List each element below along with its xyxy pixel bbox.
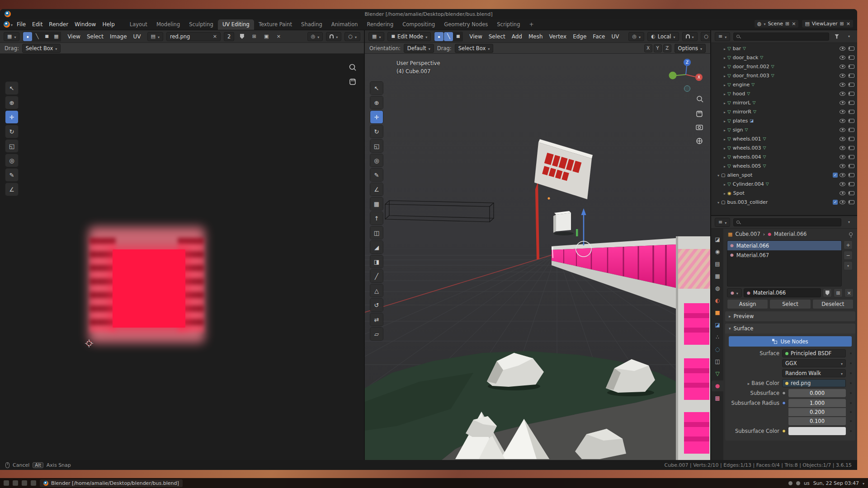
- tool-button[interactable]: ↖: [5, 82, 18, 94]
- material-action-button[interactable]: Select: [769, 299, 811, 309]
- slot-specials-button[interactable]: [844, 261, 853, 270]
- uv-pan-hand-icon[interactable]: [348, 76, 358, 86]
- render-visibility-icon[interactable]: [849, 128, 854, 132]
- animate-dot[interactable]: [850, 430, 852, 432]
- tool-button[interactable]: ╱: [370, 270, 383, 282]
- outliner-row[interactable]: bar: [711, 44, 857, 53]
- render-visibility-icon[interactable]: [849, 47, 854, 51]
- expand-arrow-icon[interactable]: [724, 163, 726, 169]
- outliner-row[interactable]: Spot: [711, 188, 857, 197]
- new-viewlayer-icon[interactable]: [840, 21, 844, 26]
- hide-eye-icon[interactable]: [840, 191, 845, 195]
- material-slot[interactable]: Material.067: [727, 250, 841, 260]
- menu-item[interactable]: View: [466, 32, 485, 41]
- menu-item[interactable]: Image: [107, 32, 130, 41]
- outliner-row[interactable]: wheels.005: [711, 161, 857, 170]
- radius-y-slider[interactable]: 0.200: [788, 408, 846, 416]
- transform-orientation-dropdown[interactable]: Local: [647, 32, 679, 41]
- expand-arrow-icon[interactable]: [724, 55, 726, 61]
- uv-vertex-select-button[interactable]: [23, 32, 32, 41]
- tool-button[interactable]: ◱: [5, 140, 18, 152]
- image-pass-field[interactable]: 2: [224, 32, 234, 41]
- expand-arrow-icon[interactable]: [724, 145, 726, 151]
- new-image-button[interactable]: [250, 32, 259, 41]
- orientation-dropdown[interactable]: Default: [404, 44, 434, 53]
- tool-button[interactable]: ↑: [370, 212, 383, 225]
- render-visibility-icon[interactable]: [849, 119, 854, 123]
- menu-item[interactable]: Face: [590, 32, 608, 41]
- workspace-tab[interactable]: Modeling: [152, 19, 184, 30]
- animate-dot[interactable]: [850, 352, 852, 354]
- expand-arrow-icon[interactable]: [724, 109, 726, 115]
- properties-tab[interactable]: ●: [712, 380, 723, 391]
- mirror-axis-button[interactable]: X: [644, 44, 652, 52]
- outliner-row[interactable]: bus.003_collider: [711, 197, 857, 206]
- 3d-scene[interactable]: X Z: [365, 54, 710, 460]
- properties-tab[interactable]: ◍: [712, 283, 723, 294]
- hide-eye-icon[interactable]: [840, 56, 845, 60]
- outliner-row[interactable]: door_front.003: [711, 71, 857, 80]
- new-scene-icon[interactable]: [785, 21, 789, 26]
- tool-button[interactable]: ∠: [370, 183, 383, 196]
- expand-arrow-icon[interactable]: [724, 100, 726, 106]
- edge-select-button[interactable]: [444, 32, 453, 41]
- expand-arrow-icon[interactable]: [724, 154, 726, 160]
- tool-button[interactable]: ⇄: [370, 313, 383, 326]
- mode-dropdown[interactable]: Edit Mode: [387, 32, 431, 41]
- render-visibility-icon[interactable]: [849, 83, 854, 87]
- expand-arrow-icon[interactable]: [724, 127, 726, 133]
- scene-selector[interactable]: Scene: [754, 19, 799, 28]
- uv-2d-cursor[interactable]: [85, 339, 93, 347]
- viewport-canvas[interactable]: User Perspective (4) Cube.007 ↖⊕✛↻◱◎✎∠▦↑…: [365, 54, 710, 460]
- hide-eye-icon[interactable]: [840, 74, 845, 78]
- outliner-row[interactable]: engine: [711, 80, 857, 89]
- subsurface-value-slider[interactable]: 0.000: [788, 389, 846, 397]
- hide-eye-icon[interactable]: [840, 65, 845, 69]
- expand-arrow-icon[interactable]: [724, 64, 726, 70]
- expand-arrow-icon[interactable]: [717, 199, 719, 205]
- unlink-scene-icon[interactable]: [792, 21, 796, 26]
- hide-eye-icon[interactable]: [840, 47, 845, 51]
- tool-button[interactable]: ◫: [370, 226, 383, 239]
- properties-tab[interactable]: ▤: [712, 258, 723, 269]
- outliner-row[interactable]: plates: [711, 116, 857, 125]
- outliner-row[interactable]: mirrorL: [711, 98, 857, 107]
- subsurface-color-swatch[interactable]: [788, 427, 846, 435]
- outliner-row[interactable]: wheels.001: [711, 134, 857, 143]
- hide-eye-icon[interactable]: [840, 110, 845, 114]
- fake-user-button[interactable]: [823, 288, 832, 297]
- tool-button[interactable]: ∠: [5, 183, 18, 196]
- editor-type-button[interactable]: [715, 218, 730, 227]
- taskbar-clock[interactable]: Sun, 22 Sep 03:47: [813, 480, 859, 486]
- hide-eye-icon[interactable]: [840, 146, 845, 150]
- add-slot-button[interactable]: [844, 240, 853, 249]
- tool-button[interactable]: ▱: [370, 328, 383, 340]
- close-image-button[interactable]: [274, 32, 283, 41]
- properties-tab[interactable]: ∴: [712, 332, 723, 343]
- tool-button[interactable]: ⊕: [370, 96, 383, 109]
- keyboard-layout-indicator[interactable]: us: [804, 480, 810, 486]
- editor-type-button[interactable]: [368, 32, 384, 41]
- tray-icon[interactable]: [796, 481, 800, 485]
- properties-tab[interactable]: ■: [712, 307, 723, 318]
- animate-dot[interactable]: [850, 382, 852, 384]
- use-nodes-button[interactable]: Use Nodes: [729, 336, 852, 347]
- render-visibility-icon[interactable]: [849, 155, 854, 159]
- hide-eye-icon[interactable]: [840, 137, 845, 141]
- menu-item[interactable]: View: [64, 32, 83, 41]
- proportional-editing-button[interactable]: [701, 32, 710, 41]
- tool-button[interactable]: ✎: [5, 169, 18, 181]
- menu-item[interactable]: Select: [486, 32, 509, 41]
- outliner-row[interactable]: Cylinder.004: [711, 179, 857, 188]
- render-visibility-icon[interactable]: [849, 92, 854, 96]
- open-image-button[interactable]: [262, 32, 271, 41]
- render-visibility-icon[interactable]: [849, 110, 854, 114]
- menu-item[interactable]: Render: [46, 20, 71, 29]
- radius-x-slider[interactable]: 1.000: [788, 399, 846, 407]
- properties-tab[interactable]: ▦: [712, 271, 723, 282]
- uv-pivot-button[interactable]: [307, 32, 323, 41]
- outliner-row[interactable]: wheels.003: [711, 143, 857, 152]
- tool-button[interactable]: ◎: [5, 154, 18, 167]
- properties-search-input[interactable]: [733, 218, 841, 226]
- tool-button[interactable]: ◎: [370, 154, 383, 167]
